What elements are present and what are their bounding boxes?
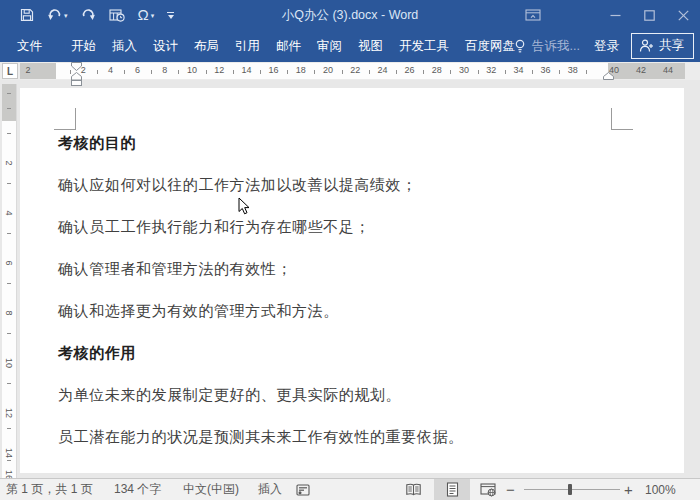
vertical-ruler-tick — [7, 233, 11, 234]
insert-symbol-button[interactable]: Ω ▾ — [138, 8, 155, 22]
vertical-ruler-tick — [7, 108, 11, 109]
ruler-number: 34 — [511, 65, 525, 75]
ribbon-tab-design[interactable]: 设计 — [145, 30, 186, 62]
ruler-tick — [559, 70, 560, 74]
ruler-number-right-margin: 42 — [634, 65, 648, 75]
word-count-status[interactable]: 134 个字 — [114, 479, 161, 500]
ribbon-tab-review[interactable]: 审阅 — [309, 30, 350, 62]
customize-qat-icon — [167, 12, 174, 13]
vertical-ruler-number: 14 — [4, 447, 14, 459]
first-line-indent-marker[interactable] — [71, 62, 82, 71]
macro-record-button[interactable] — [296, 479, 310, 500]
language-status[interactable]: 中文(中国) — [183, 479, 239, 500]
web-layout-button[interactable] — [473, 479, 502, 500]
ruler-tick — [287, 70, 288, 74]
ruler-number: 8 — [158, 65, 172, 75]
status-bar: 第 1 页，共 1 页 134 个字 中文(中国) 插入 — [0, 478, 700, 500]
ribbon-tab-home[interactable]: 开始 — [63, 30, 104, 62]
ribbon-tab-layout[interactable]: 布局 — [186, 30, 227, 62]
document-heading[interactable]: 考核的目的 — [58, 133, 618, 152]
redo-button[interactable] — [81, 8, 96, 22]
save-button[interactable] — [20, 8, 34, 22]
document-paragraph[interactable]: 为单位未来的发展制定更好的、更具实际的规划。 — [58, 385, 618, 404]
zoom-slider-track[interactable] — [524, 489, 620, 490]
undo-dropdown-caret-icon[interactable]: ▾ — [64, 12, 68, 19]
ruler-tick — [478, 70, 479, 74]
maximize-icon — [644, 10, 655, 21]
ruler-tick — [260, 70, 261, 74]
share-button[interactable]: 共享 — [631, 33, 694, 59]
right-indent-marker[interactable] — [603, 72, 614, 80]
vertical-ruler-tick — [7, 93, 11, 94]
undo-icon — [47, 8, 62, 22]
zoom-out-button[interactable]: − — [506, 479, 515, 500]
document-text: 考核的目的确认应如何对以往的工作方法加以改善以提高绩效；确认员工工作执行能力和行… — [58, 133, 618, 469]
ruler-number: 16 — [267, 65, 281, 75]
quick-access-toolbar: ▾ Ω ▾ — [0, 8, 174, 22]
vertical-ruler[interactable]: 246810121416 — [2, 84, 17, 478]
close-button[interactable] — [666, 0, 700, 30]
undo-button[interactable]: ▾ — [47, 8, 68, 22]
ribbon-display-options-button[interactable] — [518, 0, 548, 30]
ruler-row: L 22468101214161820222426283032343638404… — [0, 62, 700, 80]
tell-me-label: 告诉我... — [532, 38, 580, 55]
vertical-ruler-tick — [7, 183, 11, 184]
horizontal-ruler[interactable]: 2246810121416182022242628303234363840424… — [20, 63, 685, 79]
ribbon-tab-file[interactable]: 文件 — [9, 30, 50, 62]
document-paragraph[interactable]: 确认应如何对以往的工作方法加以改善以提高绩效； — [58, 175, 618, 194]
read-mode-icon — [405, 483, 422, 496]
vertical-ruler-number: 2 — [4, 157, 14, 169]
ribbon-tab-view[interactable]: 视图 — [350, 30, 391, 62]
share-person-icon — [639, 39, 654, 52]
web-layout-icon — [480, 483, 496, 497]
sign-in-button[interactable]: 登录 — [594, 38, 619, 55]
document-paragraph[interactable]: 确认和选择更为有效的管理方式和方法。 — [58, 301, 618, 320]
zoom-level-button[interactable]: 100% — [645, 479, 676, 500]
ruler-tick — [423, 70, 424, 74]
maximize-button[interactable] — [632, 0, 666, 30]
insert-mode-status[interactable]: 插入 — [258, 479, 282, 500]
ruler-tick — [206, 70, 207, 74]
zoom-in-button[interactable]: + — [624, 479, 633, 500]
page-number-status[interactable]: 第 1 页，共 1 页 — [6, 479, 93, 500]
customize-quick-access-toolbar-button[interactable] — [167, 12, 174, 19]
document-paragraph[interactable]: 确认员工工作执行能力和行为存在哪些不足； — [58, 217, 618, 236]
ribbon-tab-insert[interactable]: 插入 — [104, 30, 145, 62]
ribbon-tab-developer[interactable]: 开发工具 — [391, 30, 457, 62]
ruler-number: 20 — [321, 65, 335, 75]
print-layout-button[interactable] — [434, 479, 470, 500]
hanging-indent-marker[interactable] — [71, 72, 82, 86]
minimize-button[interactable] — [598, 0, 632, 30]
document-page[interactable]: 考核的目的确认应如何对以往的工作方法加以改善以提高绩效；确认员工工作执行能力和行… — [20, 88, 684, 473]
window-controls — [598, 0, 700, 30]
ribbon-tab-mailings[interactable]: 邮件 — [268, 30, 309, 62]
ruler-number: 22 — [348, 65, 362, 75]
ruler-number-right-margin: 44 — [661, 65, 675, 75]
share-label: 共享 — [659, 37, 684, 54]
document-heading[interactable]: 考核的作用 — [58, 343, 618, 362]
tab-stop-selector[interactable]: L — [2, 63, 18, 79]
vertical-ruler-tick — [7, 283, 11, 284]
tell-me-button[interactable]: 告诉我... — [514, 30, 580, 62]
insert-datetime-button[interactable] — [109, 8, 125, 22]
ribbon-tab-references[interactable]: 引用 — [227, 30, 268, 62]
ruler-number: 18 — [294, 65, 308, 75]
ruler-tick — [233, 70, 234, 74]
symbol-dropdown-caret-icon[interactable]: ▾ — [151, 12, 155, 19]
document-paragraph[interactable]: 确认管理者和管理方法的有效性； — [58, 259, 618, 278]
ribbon-display-options-icon — [525, 9, 541, 21]
ruler-number: 26 — [403, 65, 417, 75]
zoom-slider-handle[interactable] — [568, 484, 572, 495]
document-paragraph[interactable]: 员工潜在能力的状况是预测其未来工作有效性的重要依据。 — [58, 427, 618, 446]
vertical-ruler-number: 10 — [4, 357, 14, 369]
ruler-tick — [314, 70, 315, 74]
mouse-cursor-icon — [238, 197, 250, 215]
ruler-number: 12 — [212, 65, 226, 75]
ribbon-tabs: 文件开始插入设计布局引用邮件审阅视图开发工具百度网盘 — [0, 30, 523, 62]
ruler-number: 36 — [539, 65, 553, 75]
vertical-ruler-number: 12 — [4, 407, 14, 419]
word-window: ▾ Ω ▾ — [0, 0, 700, 500]
ruler-tick — [369, 70, 370, 74]
text-boundary-corner-top-right — [611, 108, 633, 130]
read-mode-button[interactable] — [399, 479, 428, 500]
